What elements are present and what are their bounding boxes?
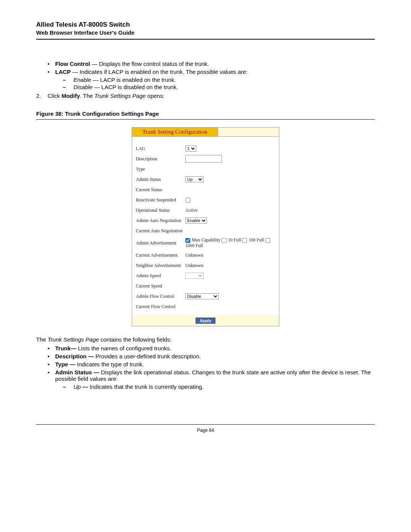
below-intro: The Trunk Settings Page contains the fol… — [36, 336, 375, 343]
admin-speed-label: Admin Speed — [136, 273, 185, 279]
type-label: Type — [136, 166, 185, 172]
neighbor-adv-label: Neighbor Advertisement — [136, 263, 185, 268]
adv-1000-checkbox[interactable] — [265, 238, 270, 243]
page-number: Page 64 — [36, 428, 375, 433]
admin-adv-options: Max Capability 10 Full 100 Full 1000 Ful… — [185, 237, 275, 249]
figure-caption: Figure 38: Trunk Configuration Settings … — [36, 110, 375, 117]
admin-flow-label: Admin Flow Control — [136, 294, 185, 299]
bullet-type: • Type — Indicates the type of trunk. — [48, 361, 375, 367]
bullet-flow-control: • Flow Control — Displays the flow contr… — [48, 61, 375, 67]
current-adv-value: Unknown — [185, 252, 275, 258]
step-2: 2. Click Modify. The Trunk Settings Page… — [36, 93, 375, 99]
bullet-trunk: • Trunk— Lists the names of configured t… — [48, 345, 375, 351]
subbullet-up: – Up — Indicates that the trunk is curre… — [63, 383, 375, 390]
apply-button[interactable]: Apply — [196, 318, 216, 324]
operational-status-value: Active — [185, 208, 275, 213]
admin-speed-select[interactable] — [185, 273, 204, 279]
adv-max-checkbox[interactable] — [185, 238, 190, 243]
current-adv-label: Current Advertisement — [136, 252, 185, 258]
lag-select[interactable]: 1 — [185, 145, 196, 152]
panel-title: Trunk Setting Configuration — [132, 128, 218, 136]
admin-auto-neg-select[interactable]: Enable — [185, 217, 207, 224]
current-status-label: Current Status — [136, 187, 185, 193]
trunk-config-panel: Trunk Setting Configuration LAG 1 Descri… — [132, 127, 279, 326]
current-speed-label: Current Speed — [136, 283, 185, 289]
current-auto-neg-label: Current Auto Negotiation — [136, 228, 185, 234]
admin-flow-select[interactable]: Disable — [185, 293, 219, 299]
subbullet-enable: – Enable — LACP is enabled on the trunk. — [63, 77, 375, 83]
figure-rule — [36, 119, 375, 120]
header-rule — [36, 39, 375, 40]
doc-title: Allied Telesis AT-8000S Switch — [36, 21, 375, 29]
admin-status-label: Admin Status — [136, 177, 185, 182]
adv-10-checkbox[interactable] — [221, 238, 226, 243]
current-flow-label: Current Flow Control — [136, 304, 185, 310]
reactivate-checkbox[interactable] — [185, 198, 190, 203]
footer-rule — [36, 424, 375, 425]
admin-adv-label: Admin Advertisement — [136, 240, 185, 246]
bullet-admin-status: • Admin Status — Displays the link opera… — [48, 369, 375, 382]
operational-status-label: Operational Status — [136, 208, 185, 213]
neighbor-adv-value: Unknown — [185, 263, 275, 268]
admin-auto-neg-label: Admin Auto Negotiation — [136, 218, 185, 224]
lag-label: LAG — [136, 146, 185, 152]
bullet-lacp: • LACP — Indicates if LACP is enabled on… — [48, 69, 375, 75]
bullet-description: • Description — Provides a user-defined … — [48, 353, 375, 359]
subbullet-disable: – Disable — LACP is disabled on the trun… — [63, 84, 375, 90]
adv-100-checkbox[interactable] — [242, 238, 247, 243]
description-label: Description — [136, 156, 185, 162]
admin-status-select[interactable]: Up — [185, 176, 204, 182]
doc-subtitle: Web Browser Interface User's Guide — [36, 29, 375, 36]
description-input[interactable] — [185, 155, 222, 163]
reactivate-label: Reactivate Suspended — [136, 197, 185, 203]
